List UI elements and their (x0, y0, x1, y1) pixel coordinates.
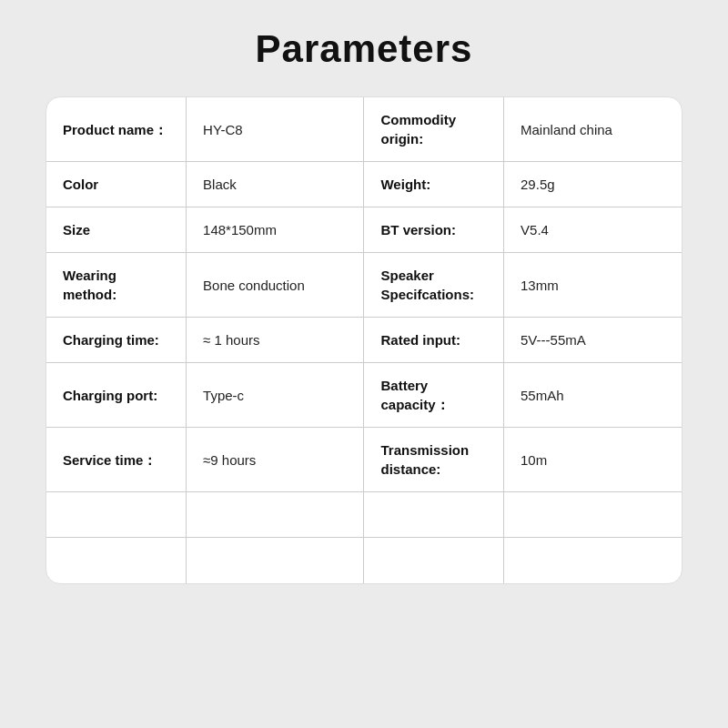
page-container: Parameters Product name：HY-C8Commodity o… (0, 0, 728, 728)
row-1-right-label: Weight: (364, 162, 504, 207)
page-title: Parameters (256, 27, 473, 71)
parameters-table: Product name：HY-C8Commodity origin:Mainl… (46, 97, 682, 583)
row-0-right-label: Commodity origin: (364, 97, 504, 162)
row-1-right-value: 29.5g (504, 162, 682, 207)
table-row: Charging port:Type-cBattery capacity：55m… (46, 363, 682, 428)
table-row: Product name：HY-C8Commodity origin:Mainl… (46, 97, 682, 162)
row-4-left-value: ≈ 1 hours (187, 318, 364, 363)
row-5-right-value: 55mAh (504, 363, 682, 428)
row-8-right-value (504, 538, 682, 583)
row-5-left-value: Type-c (187, 363, 364, 428)
row-7-left-label (46, 492, 187, 538)
row-6-left-label: Service time： (46, 428, 187, 492)
row-0-left-value: HY-C8 (187, 97, 364, 162)
table-row: ColorBlackWeight:29.5g (46, 162, 682, 207)
row-5-right-label: Battery capacity： (364, 363, 504, 428)
row-6-right-label: Transmission distance: (364, 428, 504, 492)
row-7-right-label (364, 492, 504, 538)
row-4-left-label: Charging time: (46, 318, 187, 363)
parameters-table-wrapper: Product name：HY-C8Commodity origin:Mainl… (46, 96, 682, 584)
row-8-left-label (46, 538, 187, 583)
table-row: Wearing method:Bone conductionSpeaker Sp… (46, 253, 682, 318)
row-2-right-value: V5.4 (504, 207, 682, 253)
table-row: Charging time:≈ 1 hoursRated input:5V---… (46, 318, 682, 363)
row-1-left-label: Color (46, 162, 187, 207)
row-4-right-value: 5V---55mA (504, 318, 682, 363)
row-1-left-value: Black (187, 162, 364, 207)
row-4-right-label: Rated input: (364, 318, 504, 363)
row-2-left-value: 148*150mm (187, 207, 364, 253)
row-2-right-label: BT version: (364, 207, 504, 253)
row-0-right-value: Mainland china (504, 97, 682, 162)
row-0-left-label: Product name： (46, 97, 187, 162)
row-3-left-value: Bone conduction (187, 253, 364, 318)
table-row: Service time：≈9 hoursTransmission distan… (46, 428, 682, 492)
row-3-left-label: Wearing method: (46, 253, 187, 318)
row-2-left-label: Size (46, 207, 187, 253)
row-8-right-label (364, 538, 504, 583)
table-row (46, 492, 682, 538)
row-6-right-value: 10m (504, 428, 682, 492)
row-8-left-value (187, 538, 364, 583)
row-3-right-label: Speaker Specifcations: (364, 253, 504, 318)
row-7-left-value (187, 492, 364, 538)
table-row: Size148*150mmBT version:V5.4 (46, 207, 682, 253)
table-row (46, 538, 682, 583)
row-6-left-value: ≈9 hours (187, 428, 364, 492)
row-3-right-value: 13mm (504, 253, 682, 318)
row-7-right-value (504, 492, 682, 538)
row-5-left-label: Charging port: (46, 363, 187, 428)
